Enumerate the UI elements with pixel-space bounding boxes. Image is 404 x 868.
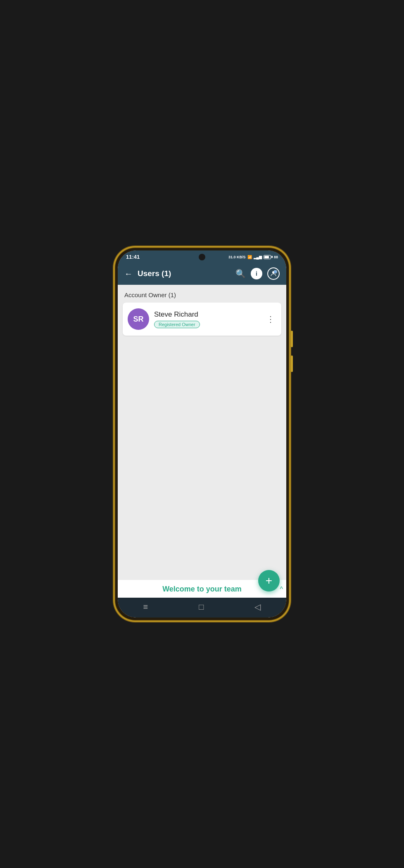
volume-button-2[interactable] bbox=[291, 355, 293, 372]
phone-inner: 11:41 31.0 KB/S 📶 ▂▄▆ 88 ← bbox=[118, 250, 286, 618]
app-bar-actions: 🔍 i bbox=[235, 267, 280, 280]
user-card[interactable]: SR Steve Richard Registered Owner ⋮ bbox=[123, 303, 281, 336]
status-time: 11:41 bbox=[126, 254, 140, 260]
more-options-button[interactable]: ⋮ bbox=[265, 312, 276, 326]
camera-notch bbox=[199, 254, 205, 260]
user-profile-button[interactable] bbox=[267, 267, 280, 280]
nav-menu-button[interactable]: ≡ bbox=[143, 602, 148, 612]
welcome-text: Welcome to your team bbox=[162, 585, 242, 594]
signal-bars: ▂▄▆ bbox=[254, 255, 262, 259]
fab-add-button[interactable]: + bbox=[258, 570, 280, 591]
nav-back-button[interactable]: ◁ bbox=[254, 602, 261, 612]
avatar: SR bbox=[128, 308, 149, 330]
volume-button-1[interactable] bbox=[291, 331, 293, 347]
battery-level: 88 bbox=[274, 255, 278, 259]
user-role-badge: Registered Owner bbox=[154, 321, 200, 328]
search-button[interactable]: 🔍 bbox=[235, 269, 246, 279]
content-area: Account Owner (1) SR Steve Richard Regis… bbox=[118, 285, 286, 580]
status-right: 31.0 KB/S 📶 ▂▄▆ 88 bbox=[228, 255, 278, 259]
battery-icon: 88 bbox=[264, 255, 278, 259]
data-speed: 31.0 KB/S bbox=[228, 255, 246, 259]
page-title: Users (1) bbox=[138, 269, 231, 278]
section-header: Account Owner (1) bbox=[118, 285, 286, 303]
user-name: Steve Richard bbox=[154, 310, 260, 319]
app-bar: ← Users (1) 🔍 i bbox=[118, 262, 286, 285]
screen: 11:41 31.0 KB/S 📶 ▂▄▆ 88 ← bbox=[118, 250, 286, 618]
user-info: Steve Richard Registered Owner bbox=[154, 310, 260, 328]
info-label: i bbox=[256, 270, 257, 277]
back-button[interactable]: ← bbox=[124, 269, 133, 279]
nav-home-button[interactable]: □ bbox=[199, 602, 204, 612]
nav-bar: ≡ □ ◁ bbox=[118, 598, 286, 618]
bottom-bar: + Welcome to your team ^ bbox=[118, 580, 286, 598]
chevron-up-icon[interactable]: ^ bbox=[280, 586, 283, 593]
avatar-initials: SR bbox=[133, 315, 143, 324]
wifi-icon: 📶 bbox=[247, 255, 252, 259]
info-button[interactable]: i bbox=[251, 268, 262, 279]
user-profile-icon bbox=[270, 270, 277, 277]
phone-frame: 11:41 31.0 KB/S 📶 ▂▄▆ 88 ← bbox=[115, 248, 289, 620]
